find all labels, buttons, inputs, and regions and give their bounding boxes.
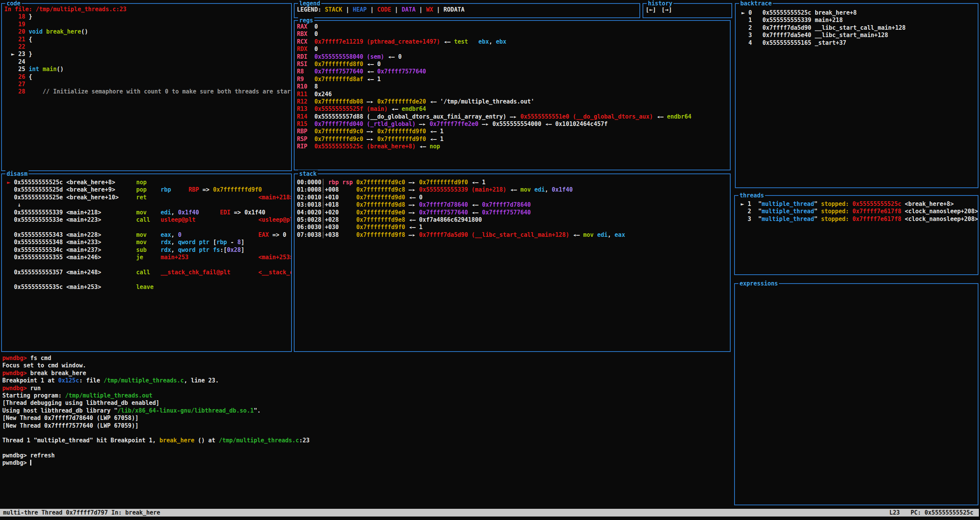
terminal-line: pwndbg> fs cmd	[2, 355, 660, 362]
terminal-line: RSI 0x7fffffffd8f0 ◂— 0	[297, 61, 730, 68]
terminal-line: pwndbg> run	[2, 385, 660, 392]
terminal-line: 24	[4, 58, 291, 66]
terminal-line: ► 0x55555555525c <break_here+8> nop	[3, 179, 291, 186]
terminal-line: R8 0x7ffff7577640 ◂— 0x7ffff7577640	[297, 68, 730, 75]
history-panel: history [←] [→]	[643, 3, 732, 18]
terminal-line: 0x55555555525d <break_here+9> pop rbp RB…	[3, 186, 291, 194]
terminal-line: 02:0010│+010 0x7fffffffd9d0 ◂— 0	[297, 194, 730, 201]
terminal-line: 03:0018│+018 0x7fffffffd9d8 —▸ 0x7ffff7d…	[297, 201, 730, 209]
terminal-line: Using host libthread_db library "/lib/x8…	[2, 407, 660, 415]
terminal-line: [Thread debugging using libthread_db ena…	[2, 399, 660, 407]
terminal-line: ► 0 0x55555555525c break_here+8	[738, 9, 978, 17]
terminal-line: ↓	[3, 201, 291, 209]
gdb-console: pwndbg> fs cmdFocus set to cmd window.pw…	[2, 355, 660, 467]
terminal-line: 18 }	[4, 13, 291, 20]
terminal-line: RDI 0x555555558040 (sem) ◂— 0	[297, 53, 730, 61]
console-input-line[interactable]: pwndbg>	[2, 459, 660, 467]
terminal-line: Thread 1 "multiple_thread" hit Breakpoin…	[2, 437, 660, 444]
terminal-line: 26 {	[4, 73, 291, 81]
legend-lines: LEGEND: STACK | HEAP | CODE | DATA | WX …	[295, 4, 639, 17]
terminal-line: R11 0x246	[297, 91, 730, 98]
terminal-line: 2 0x7ffff7da5d90 __libc_start_call_main+…	[738, 24, 978, 32]
regs-lines: RAX 0RBX 0RCX 0x7ffff7e11219 (pthread_cr…	[295, 21, 730, 170]
terminal-line	[3, 224, 291, 231]
terminal-line: 0x555555555339 <main+218> mov edi, 0x1f4…	[3, 209, 291, 216]
disasm-lines: ► 0x55555555525c <break_here+8> nop 0x55…	[2, 174, 291, 351]
terminal-line: 00:0000│ rbp rsp 0x7fffffffd9c0 —▸ 0x7ff…	[297, 179, 730, 186]
terminal-line: RIP 0x55555555525c (break_here+8) ◂— nop	[297, 143, 730, 150]
expressions-panel: expressions	[734, 283, 978, 505]
text-cursor	[30, 460, 31, 466]
threads-panel: threads ► 1 "multiple_thread" stopped: 0…	[734, 195, 978, 275]
terminal-line: 22	[4, 43, 291, 51]
terminal-line: Starting program: /tmp/multiple_threads.…	[2, 392, 660, 399]
terminal-line: R12 0x7fffffffdb08 —▸ 0x7fffffffde20 ◂— …	[297, 98, 730, 105]
status-bar-context: multi-thre Thread 0x7ffff7d797 In: break…	[3, 509, 160, 517]
terminal-line: RSP 0x7fffffffd9c0 —▸ 0x7fffffffd9f0 ◂— …	[297, 136, 730, 143]
terminal-line: 0x555555555357 <main+248> call __stack_c…	[3, 269, 291, 276]
terminal-line: 07:0038│+038 0x7fffffffd9f8 —▸ 0x7ffff7d…	[297, 231, 730, 239]
terminal-line: 0x55555555534c <main+237> sub rdx, qword…	[3, 246, 291, 254]
expressions-lines	[735, 284, 978, 505]
terminal-line: 3 0x7ffff7da5e40 __libc_start_main+128	[738, 32, 978, 39]
terminal-line: pwndbg> break break_here	[2, 370, 660, 377]
code-lines: In file: /tmp/multiple_threads.c:23 18 }…	[2, 4, 291, 170]
terminal-line: R14 0x555555557d88 (__do_global_dtors_au…	[297, 113, 730, 121]
terminal-line: ► 23 }	[4, 51, 291, 58]
terminal-line: 0x55555555525e <break_here+10> ret <main…	[3, 194, 291, 201]
terminal-line: R13 0x55555555525f (main) ◂— endbr64	[297, 105, 730, 113]
terminal-line: 4 0x555555555165 _start+37	[738, 39, 978, 47]
terminal-line: 06:0030│+030 0x7fffffffd9f0 ◂— 1	[297, 224, 730, 231]
terminal-line: [New Thread 0x7ffff7577640 (LWP 67059)]	[2, 422, 660, 430]
disasm-panel: disasm ► 0x55555555525c <break_here+8> n…	[1, 173, 292, 352]
backtrace-lines: ► 0 0x55555555525c break_here+8 1 0x5555…	[736, 4, 978, 187]
terminal-line: 0x555555555343 <main+228> mov eax, 0 EAX…	[3, 231, 291, 239]
console-prompt: pwndbg>	[2, 459, 30, 466]
terminal-line: In file: /tmp/multiple_threads.c:23	[4, 6, 291, 13]
regs-panel: regs RAX 0RBX 0RCX 0x7ffff7e11219 (pthre…	[294, 20, 731, 170]
terminal-line: 19	[4, 21, 291, 28]
terminal-line	[3, 276, 291, 284]
terminal-line: RBX 0	[297, 31, 730, 38]
terminal-line: 0x555555555355 <main+246> je main+253 <m…	[3, 254, 291, 261]
terminal-line: 04:0020│+020 0x7fffffffd9e0 —▸ 0x7ffff75…	[297, 209, 730, 216]
terminal-line: R9 0x7fffffffd8af ◂— 1	[297, 76, 730, 83]
terminal-line: 1 0x555555555339 main+218	[738, 17, 978, 24]
terminal-line: pwndbg> refresh	[2, 452, 660, 459]
status-line-indicator: L23	[889, 509, 900, 517]
terminal-line: R15 0x7ffff7ffd040 (_rtld_global) —▸ 0x7…	[297, 121, 730, 128]
terminal-line: 25 int main()	[4, 66, 291, 73]
terminal-line: 21 {	[4, 36, 291, 43]
terminal-line	[3, 261, 291, 268]
legend-panel: legend LEGEND: STACK | HEAP | CODE | DAT…	[294, 3, 640, 18]
terminal-line: 2 "multiple_thread" stopped: 0x7ffff7e61…	[737, 208, 978, 215]
terminal-line: 05:0028│+028 0x7fffffffd9e8 ◂— 0xf7a4866…	[297, 216, 730, 224]
terminal-line: 0x55555555533e <main+223> call usleep@pl…	[3, 216, 291, 224]
pwndbg-terminal: code In file: /tmp/multiple_threads.c:23…	[0, 0, 980, 520]
terminal-line: 0x55555555535c <main+253> leave	[3, 284, 291, 291]
terminal-line: RCX 0x7ffff7e11219 (pthread_create+1497)…	[297, 38, 730, 46]
terminal-line: Breakpoint 1 at 0x125c: file /tmp/multip…	[2, 377, 660, 384]
terminal-line: 28 // Initialize semaphore with count 0 …	[4, 88, 291, 95]
terminal-line	[2, 430, 660, 437]
terminal-line: R10 8	[297, 83, 730, 90]
stack-lines: 00:0000│ rbp rsp 0x7fffffffd9c0 —▸ 0x7ff…	[295, 174, 730, 351]
terminal-line: 0x555555555348 <main+233> mov rdx, qword…	[3, 239, 291, 246]
status-bar: multi-thre Thread 0x7ffff7d797 In: break…	[0, 509, 979, 517]
terminal-line	[2, 445, 660, 452]
terminal-line: 20 void break_here()	[4, 28, 291, 36]
status-pc-label: PC:	[910, 509, 921, 517]
terminal-line: 01:0008│+008 0x7fffffffd9c8 —▸ 0x5555555…	[297, 186, 730, 194]
console-output: pwndbg> fs cmdFocus set to cmd window.pw…	[2, 355, 660, 459]
threads-lines: ► 1 "multiple_thread" stopped: 0x5555555…	[735, 196, 978, 274]
stack-panel: stack 00:0000│ rbp rsp 0x7fffffffd9c0 —▸…	[294, 173, 731, 352]
terminal-line: Focus set to cmd window.	[2, 362, 660, 369]
status-pc-value: 0x55555555525c	[925, 509, 973, 517]
terminal-line: RDX 0	[297, 46, 730, 53]
code-panel: code In file: /tmp/multiple_threads.c:23…	[1, 3, 292, 171]
terminal-line: [New Thread 0x7ffff7d78640 (LWP 67058)]	[2, 415, 660, 422]
terminal-line: 27	[4, 81, 291, 88]
backtrace-panel: backtrace ► 0 0x55555555525c break_here+…	[735, 3, 978, 188]
terminal-line: RAX 0	[297, 23, 730, 31]
terminal-line: ► 1 "multiple_thread" stopped: 0x5555555…	[737, 201, 978, 208]
